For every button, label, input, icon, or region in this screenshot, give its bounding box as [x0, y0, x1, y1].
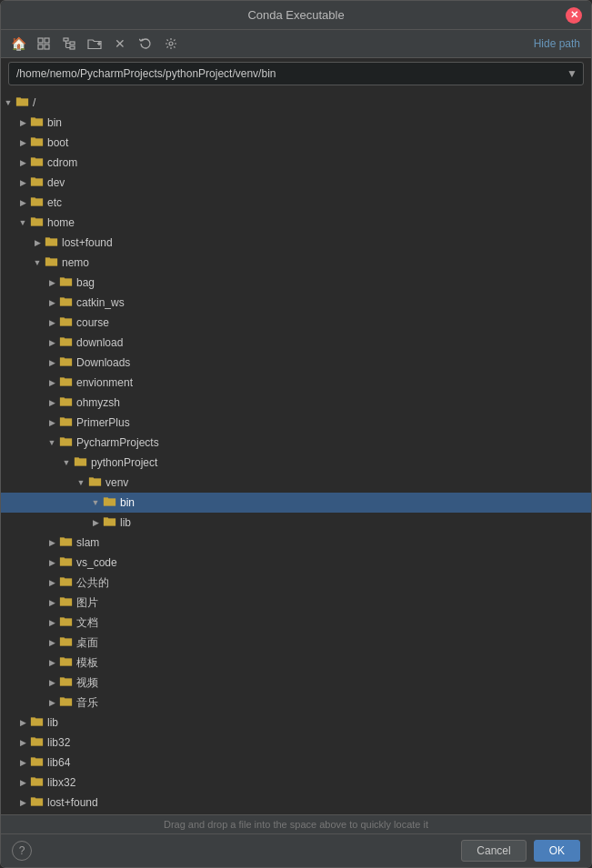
home-icon[interactable]: 🏠 [8, 34, 28, 54]
svg-rect-4 [64, 38, 68, 41]
folder-icon [88, 475, 103, 490]
tree-icon[interactable] [59, 34, 79, 54]
folder-icon [59, 595, 74, 610]
svg-rect-6 [70, 46, 75, 49]
tree-item[interactable]: ▶图片 [1, 593, 591, 613]
tree-item[interactable]: ▶slam [1, 533, 591, 553]
tree-item-label: 视频 [76, 675, 591, 691]
tree-item[interactable]: ▶bag [1, 273, 591, 293]
refresh-icon[interactable] [135, 34, 156, 54]
tree-item-label: PycharmProjects [76, 436, 591, 449]
tree-item-label: pythonProject [91, 456, 591, 469]
path-input[interactable] [9, 63, 561, 85]
tree-item-label: 文档 [76, 615, 591, 631]
tree-item-label: lib64 [47, 756, 591, 769]
folder-icon [30, 795, 45, 810]
tree-item[interactable]: ▶cdrom [1, 153, 591, 173]
tree-item[interactable]: ▼venv [1, 473, 591, 493]
svg-rect-1 [45, 38, 49, 43]
folder-icon [30, 715, 45, 730]
tree-item[interactable]: ▶lib64 [1, 753, 591, 773]
folder-icon [59, 275, 74, 290]
tree-item[interactable]: ▼PycharmProjects [1, 433, 591, 453]
tree-item[interactable]: ▶download [1, 333, 591, 353]
tree-item[interactable]: ▶lost+found [1, 233, 591, 253]
tree-item-label: PrimerPlus [76, 416, 591, 429]
tree-arrow: ▶ [45, 418, 59, 427]
settings-icon[interactable] [161, 34, 181, 54]
tree-item[interactable]: ▶catkin_ws [1, 293, 591, 313]
tree-arrow: ▶ [45, 538, 59, 547]
tree-arrow: ▼ [15, 218, 30, 227]
tree-item[interactable]: ▶视频 [1, 673, 591, 693]
folder-icon [59, 535, 74, 550]
tree-item-label: boot [47, 136, 591, 149]
svg-rect-0 [38, 38, 43, 43]
path-bar: ▼ [8, 62, 584, 85]
tree-item[interactable]: ▶lib [1, 513, 591, 533]
tree-item[interactable]: ▶dev [1, 173, 591, 193]
help-button[interactable]: ? [12, 841, 32, 861]
tree-item[interactable]: ▶音乐 [1, 693, 591, 713]
tree-arrow: ▼ [45, 438, 59, 447]
tree-item[interactable]: ▶lost+found [1, 793, 591, 813]
tree-item[interactable]: ▶envionment [1, 373, 591, 393]
tree-item[interactable]: ▼nemo [1, 253, 591, 273]
tree-item[interactable]: ▶lib [1, 713, 591, 733]
folder-icon [59, 295, 74, 310]
tree-item[interactable]: ▶lib32 [1, 733, 591, 753]
new-folder-icon[interactable] [85, 34, 105, 54]
tree-item-label: course [76, 316, 591, 329]
tree-arrow: ▶ [45, 378, 59, 387]
folder-icon [30, 115, 45, 130]
folder-icon [103, 515, 117, 530]
close-button[interactable]: ✕ [566, 7, 582, 24]
tree-item-label: lib [47, 716, 591, 729]
tree-item[interactable]: ▶Downloads [1, 353, 591, 373]
tree-item[interactable]: ▶course [1, 313, 591, 333]
tree-arrow: ▶ [45, 698, 59, 707]
tree-item[interactable]: ▶bin [1, 113, 591, 133]
tree-item-label: lost+found [47, 796, 591, 809]
tree-item-label: etc [47, 196, 591, 209]
cancel-button[interactable]: Cancel [461, 840, 526, 862]
path-dropdown-button[interactable]: ▼ [561, 64, 583, 84]
folder-icon [59, 615, 74, 630]
tree-item-label: vs_code [76, 556, 591, 569]
folder-icon [59, 355, 74, 370]
tree-item[interactable]: ▶vs_code [1, 553, 591, 573]
tree-item[interactable]: ▶PrimerPlus [1, 413, 591, 433]
tree-item[interactable]: ▶ohmyzsh [1, 393, 591, 413]
delete-icon[interactable]: ✕ [110, 34, 130, 54]
tree-item[interactable]: ▶公共的 [1, 573, 591, 593]
bottom-bar: ? Cancel OK [1, 833, 591, 867]
tree-item-label: lost+found [62, 236, 591, 249]
tree-arrow: ▶ [15, 178, 30, 187]
tree-item-label: / [33, 96, 591, 109]
tree-item[interactable]: ▼bin [1, 493, 591, 513]
folder-icon [30, 755, 45, 770]
tree-item[interactable]: ▼pythonProject [1, 453, 591, 473]
tree-arrow: ▶ [45, 298, 59, 307]
tree-item[interactable]: ▶桌面 [1, 633, 591, 653]
svg-rect-5 [70, 42, 75, 45]
tree-item-label: bin [120, 496, 591, 509]
tree-item[interactable]: ▼/ [1, 93, 591, 113]
tree-item-label: envionment [76, 376, 591, 389]
folder-icon [30, 175, 45, 190]
tree-item[interactable]: ▶etc [1, 193, 591, 213]
ok-button[interactable]: OK [534, 840, 580, 862]
tree-item[interactable]: ▶libx32 [1, 773, 591, 793]
view-icon[interactable] [34, 34, 54, 54]
svg-point-12 [169, 42, 173, 45]
hide-path-button[interactable]: Hide path [530, 35, 584, 52]
tree-item-label: download [76, 336, 591, 349]
action-buttons: Cancel OK [461, 840, 580, 862]
tree-item[interactable]: ▶模板 [1, 653, 591, 673]
folder-icon [45, 255, 59, 270]
tree-item[interactable]: ▼home [1, 213, 591, 233]
folder-icon [30, 195, 45, 210]
tree-item[interactable]: ▶boot [1, 133, 591, 153]
tree-item[interactable]: ▶文档 [1, 613, 591, 633]
tree-arrow: ▶ [15, 798, 30, 807]
